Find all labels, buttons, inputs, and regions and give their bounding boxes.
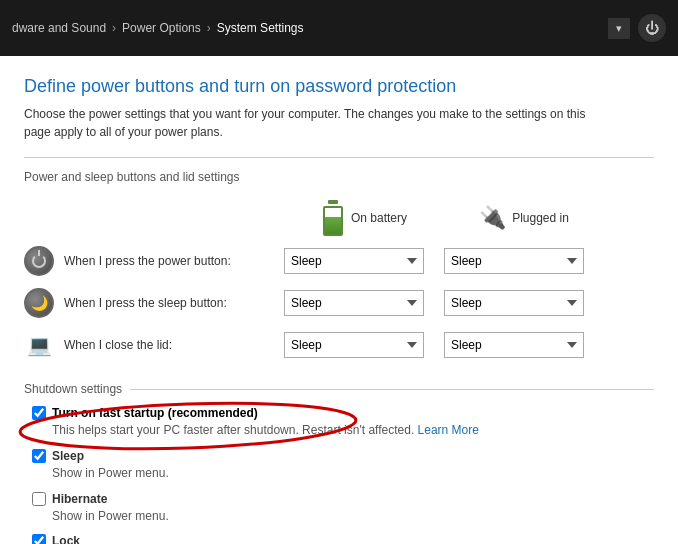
title-bar-controls: ▾ ⏻	[608, 14, 666, 42]
power-button-label: When I press the power button:	[24, 246, 284, 276]
section-divider-1	[24, 157, 654, 158]
lid-icon: 💻	[27, 333, 52, 357]
sleep-sublabel: Show in Power menu.	[32, 465, 654, 482]
main-content: Define power buttons and turn on passwor…	[0, 56, 678, 544]
lid-plugged-dropdown[interactable]: Do nothing Sleep Hibernate Shut down	[444, 332, 584, 358]
page-description: Choose the power settings that you want …	[24, 105, 604, 141]
lid-label: 💻 When I close the lid:	[24, 330, 284, 360]
breadcrumb-current: System Settings	[217, 21, 304, 35]
breadcrumb-sep-1: ›	[112, 21, 116, 35]
hibernate-main: Hibernate	[32, 492, 654, 506]
lock-label[interactable]: Lock	[52, 534, 80, 544]
sleep-button-icon: 🌙	[24, 288, 54, 318]
hibernate-item: Hibernate Show in Power menu.	[32, 492, 654, 525]
col-plugged-label: Plugged in	[512, 211, 569, 225]
lock-item: Lock Show in account picture menu.	[32, 534, 654, 544]
breadcrumb-sep-2: ›	[207, 21, 211, 35]
sleep-plugged-dropdown[interactable]: Do nothing Sleep Hibernate Shut down	[444, 290, 584, 316]
fast-startup-checkbox[interactable]	[32, 406, 46, 420]
breadcrumb-hardware[interactable]: dware and Sound	[12, 21, 106, 35]
power-battery-dropdown[interactable]: Do nothing Sleep Hibernate Shut down	[284, 248, 424, 274]
shutdown-section-title: Shutdown settings	[24, 382, 654, 396]
sleep-button-label: 🌙 When I press the sleep button:	[24, 288, 284, 318]
power-button-text: When I press the power button:	[64, 254, 231, 268]
lid-icon-wrap: 💻	[24, 330, 54, 360]
hibernate-checkbox[interactable]	[32, 492, 46, 506]
fast-startup-sub-text: This helps start your PC faster after sh…	[52, 423, 414, 437]
breadcrumb: dware and Sound › Power Options › System…	[12, 21, 608, 35]
titlebar-power-button[interactable]: ⏻	[638, 14, 666, 42]
breadcrumb-power-options[interactable]: Power Options	[122, 21, 201, 35]
sleep-battery-dropdown-wrap: Do nothing Sleep Hibernate Shut down	[284, 290, 444, 316]
sleep-checkbox[interactable]	[32, 449, 46, 463]
sleep-item: Sleep Show in Power menu.	[32, 449, 654, 482]
power-plugged-dropdown-wrap: Do nothing Sleep Hibernate Shut down	[444, 248, 604, 274]
battery-icon	[321, 200, 345, 236]
power-button-row: When I press the power button: Do nothin…	[24, 240, 654, 282]
lid-row: 💻 When I close the lid: Do nothing Sleep…	[24, 324, 654, 366]
power-button-icon	[24, 246, 54, 276]
sleep-label[interactable]: Sleep	[52, 449, 84, 463]
hibernate-label[interactable]: Hibernate	[52, 492, 107, 506]
sleep-battery-dropdown[interactable]: Do nothing Sleep Hibernate Shut down	[284, 290, 424, 316]
sleep-button-text: When I press the sleep button:	[64, 296, 227, 310]
buttons-section-title: Power and sleep buttons and lid settings	[24, 170, 654, 184]
plug-icon: 🔌	[479, 205, 506, 231]
sleep-button-row: 🌙 When I press the sleep button: Do noth…	[24, 282, 654, 324]
col-header-plugged: 🔌 Plugged in	[444, 201, 604, 235]
fast-startup-sublabel: This helps start your PC faster after sh…	[32, 422, 654, 439]
lock-checkbox[interactable]	[32, 534, 46, 544]
lid-plugged-dropdown-wrap: Do nothing Sleep Hibernate Shut down	[444, 332, 604, 358]
sleep-plugged-dropdown-wrap: Do nothing Sleep Hibernate Shut down	[444, 290, 604, 316]
title-bar: dware and Sound › Power Options › System…	[0, 0, 678, 56]
col-header-battery: On battery	[284, 196, 444, 240]
lid-battery-dropdown-wrap: Do nothing Sleep Hibernate Shut down	[284, 332, 444, 358]
learn-more-link[interactable]: Learn More	[418, 423, 479, 437]
content-wrapper: Define power buttons and turn on passwor…	[24, 76, 654, 544]
lid-battery-dropdown[interactable]: Do nothing Sleep Hibernate Shut down	[284, 332, 424, 358]
lid-text: When I close the lid:	[64, 338, 172, 352]
lock-main: Lock	[32, 534, 654, 544]
shutdown-items: Turn on fast startup (recommended) This …	[24, 406, 654, 544]
page-title: Define power buttons and turn on passwor…	[24, 76, 654, 97]
power-plugged-dropdown[interactable]: Do nothing Sleep Hibernate Shut down	[444, 248, 584, 274]
col-battery-label: On battery	[351, 211, 407, 225]
titlebar-dropdown-button[interactable]: ▾	[608, 18, 630, 39]
fast-startup-item: Turn on fast startup (recommended) This …	[32, 406, 654, 439]
sleep-main: Sleep	[32, 449, 654, 463]
settings-header-row: On battery 🔌 Plugged in	[24, 196, 654, 240]
hibernate-sublabel: Show in Power menu.	[32, 508, 654, 525]
shutdown-section: Shutdown settings Turn on fast startup (…	[24, 382, 654, 544]
power-battery-dropdown-wrap: Do nothing Sleep Hibernate Shut down	[284, 248, 444, 274]
fast-startup-main: Turn on fast startup (recommended)	[32, 406, 654, 420]
fast-startup-label[interactable]: Turn on fast startup (recommended)	[52, 406, 258, 420]
